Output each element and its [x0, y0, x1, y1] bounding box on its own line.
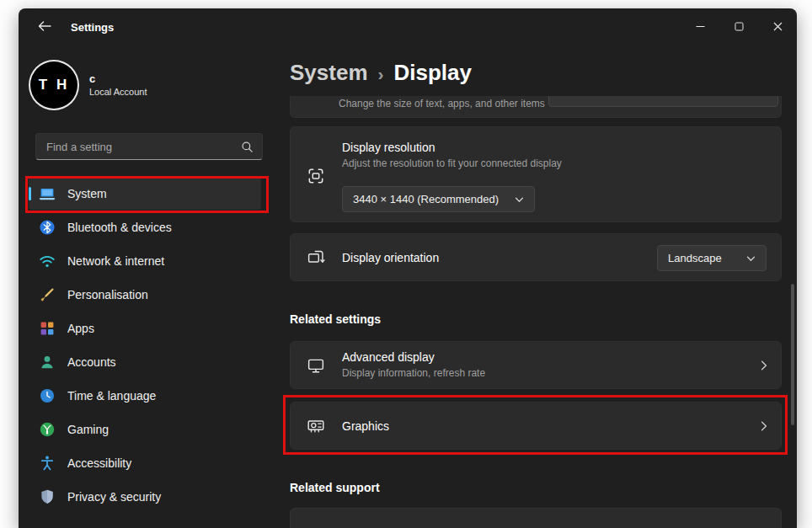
back-button[interactable] — [30, 16, 59, 40]
sidebar-item-accessibility[interactable]: Accessibility — [29, 447, 261, 479]
display-orientation-icon — [307, 248, 325, 267]
paintbrush-icon — [39, 286, 56, 303]
sidebar-item-label: Accounts — [67, 355, 116, 369]
advanced-display-card[interactable]: Advanced display Display information, re… — [290, 341, 782, 389]
related-support-header: Related support — [290, 481, 380, 494]
sidebar-item-label: Privacy & security — [67, 490, 161, 504]
resolution-dropdown[interactable]: 3440 × 1440 (Recommended) — [342, 186, 535, 212]
shield-icon — [39, 488, 56, 505]
window-title: Settings — [71, 21, 114, 34]
titlebar: Settings — [19, 8, 797, 46]
breadcrumb-separator-icon: › — [378, 64, 384, 84]
breadcrumb-system[interactable]: System — [290, 60, 368, 86]
maximize-icon — [735, 21, 744, 34]
accessibility-icon — [39, 455, 56, 472]
chevron-down-icon — [515, 193, 524, 205]
sidebar-nav: System Bluetooth & devices Network & int… — [29, 178, 261, 515]
orientation-value: Landscape — [668, 252, 722, 264]
breadcrumb: System › Display — [290, 60, 472, 86]
minimize-icon — [696, 21, 705, 34]
display-resolution-title: Display resolution — [342, 141, 435, 154]
sidebar-item-label: Accessibility — [67, 456, 131, 470]
chevron-right-icon — [761, 360, 767, 371]
xbox-icon — [39, 421, 56, 438]
display-orientation-title: Display orientation — [342, 251, 439, 264]
avatar: T H — [30, 61, 77, 109]
related-settings-header: Related settings — [290, 312, 381, 326]
chevron-down-icon — [746, 252, 756, 264]
scale-card-partial: Change the size of text, apps, and other… — [290, 96, 782, 118]
user-profile[interactable]: T H c Local Account — [30, 61, 147, 109]
sidebar-item-personalisation[interactable]: Personalisation — [29, 279, 261, 311]
user-text: c Local Account — [89, 72, 147, 99]
sidebar-item-label: Bluetooth & devices — [67, 221, 172, 234]
system-icon — [39, 185, 56, 202]
graphics-icon — [307, 417, 325, 435]
advanced-display-title: Advanced display — [342, 350, 435, 364]
apps-grid-icon — [39, 320, 56, 337]
display-resolution-icon — [307, 167, 325, 185]
minimize-button[interactable] — [681, 8, 719, 46]
scale-dropdown-partial[interactable] — [548, 96, 778, 107]
graphics-title: Graphics — [342, 419, 389, 433]
search-input[interactable] — [36, 134, 262, 159]
wifi-icon — [39, 253, 56, 269]
advanced-display-icon — [307, 356, 325, 375]
maximize-button[interactable] — [719, 8, 758, 46]
sidebar-item-label: Apps — [67, 322, 94, 335]
settings-window: Settings T H c Local Account — [19, 8, 797, 528]
close-button[interactable] — [758, 8, 797, 46]
scale-subtitle: Change the size of text, apps, and other… — [339, 98, 545, 109]
graphics-card[interactable]: Graphics — [290, 402, 782, 450]
sidebar-item-label: Network & internet — [67, 254, 164, 268]
sidebar-item-label: Personalisation — [67, 288, 148, 301]
display-orientation-card: Display orientation Landscape — [290, 233, 782, 281]
main-content: System › Display Change the size of text… — [271, 46, 797, 528]
window-controls — [681, 8, 797, 46]
sidebar-item-label: Time & language — [67, 389, 156, 403]
sidebar-item-bluetooth-devices[interactable]: Bluetooth & devices — [29, 211, 261, 243]
advanced-display-subtitle: Display information, refresh rate — [342, 367, 485, 379]
vertical-scrollbar-thumb[interactable] — [791, 284, 794, 425]
sidebar-item-gaming[interactable]: Gaming — [29, 413, 261, 445]
chevron-right-icon — [761, 420, 767, 432]
back-arrow-icon — [38, 21, 51, 34]
sidebar-item-network-internet[interactable]: Network & internet — [29, 245, 261, 277]
sidebar-item-label: System — [67, 187, 107, 200]
user-name: c — [89, 72, 147, 86]
sidebar-item-privacy-security[interactable]: Privacy & security — [29, 481, 261, 513]
support-card-partial[interactable] — [290, 508, 782, 528]
display-resolution-subtitle: Adjust the resolution to fit your connec… — [342, 157, 562, 169]
sidebar-item-apps[interactable]: Apps — [29, 312, 261, 344]
sidebar: T H c Local Account System — [19, 46, 271, 528]
sidebar-item-label: Gaming — [67, 423, 109, 436]
selection-indicator — [29, 187, 31, 200]
bluetooth-icon — [39, 219, 56, 236]
display-resolution-card: Display resolution Adjust the resolution… — [290, 126, 782, 222]
sidebar-item-accounts[interactable]: Accounts — [29, 346, 261, 378]
search-box — [35, 133, 263, 160]
page-title: Display — [394, 60, 473, 86]
user-account-type: Local Account — [89, 86, 147, 99]
orientation-dropdown[interactable]: Landscape — [657, 245, 767, 271]
sidebar-item-time-language[interactable]: Time & language — [29, 380, 261, 412]
resolution-value: 3440 × 1440 (Recommended) — [353, 193, 499, 205]
clock-icon — [39, 387, 56, 404]
person-icon — [39, 354, 56, 371]
sidebar-item-system[interactable]: System — [29, 178, 261, 210]
close-icon — [773, 21, 783, 34]
